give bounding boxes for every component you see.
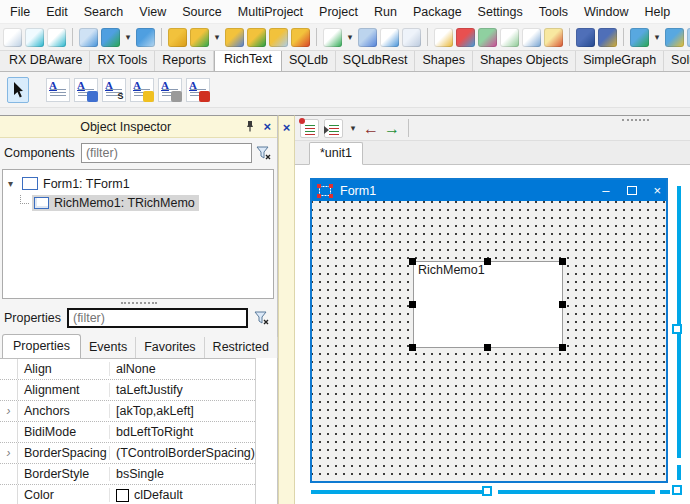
resize-handle-ne[interactable]: [559, 258, 566, 265]
view-units-icon[interactable]: [323, 28, 342, 47]
richmemo-styles-icon[interactable]: A S: [102, 78, 126, 102]
build-project-icon[interactable]: [291, 28, 310, 47]
resize-handle-nw[interactable]: [409, 258, 416, 265]
property-row[interactable]: › Align alNone: [0, 359, 255, 380]
menu-item[interactable]: Project: [311, 2, 366, 22]
palette-tab[interactable]: SQLdb: [282, 51, 336, 71]
richmemo-hand-icon[interactable]: A: [130, 78, 154, 102]
close-icon[interactable]: ×: [263, 120, 271, 133]
inspector-tab[interactable]: Events: [81, 337, 136, 358]
richmemo-red-hand-icon[interactable]: A: [186, 78, 210, 102]
menu-item[interactable]: MultiProject: [230, 2, 311, 22]
close-icon[interactable]: ×: [279, 121, 294, 134]
find-unit-icon[interactable]: [136, 28, 155, 47]
palette-tab[interactable]: RichText: [214, 51, 282, 72]
open-package-icon[interactable]: [630, 28, 649, 47]
clear-filter-button[interactable]: [255, 143, 273, 163]
form-size-handle-bottom[interactable]: [482, 486, 492, 496]
form-designer-window[interactable]: Form1 – × RichMemo1: [310, 178, 668, 483]
property-value[interactable]: bsSingle: [110, 467, 255, 481]
toolbar-grip[interactable]: [622, 119, 649, 121]
jump-dropdown-icon[interactable]: ▾: [348, 119, 358, 138]
menu-item[interactable]: File: [2, 2, 38, 22]
find-in-files-icon[interactable]: [598, 28, 617, 47]
form-size-bar-bottom[interactable]: [311, 490, 483, 494]
maximize-icon[interactable]: [627, 186, 637, 195]
tree-item-form1[interactable]: ▾ Form1: TForm1: [3, 174, 273, 193]
palette-tab[interactable]: Shapes: [415, 51, 472, 71]
property-value[interactable]: (TControlBorderSpacing): [110, 446, 255, 460]
collapse-caret-icon[interactable]: ▾: [8, 178, 22, 189]
palette-tab[interactable]: SimpleGraph: [576, 51, 664, 71]
pin-icon[interactable]: [245, 120, 255, 133]
resize-handle-se[interactable]: [559, 344, 566, 351]
new-unit-icon[interactable]: [3, 28, 22, 47]
menu-item[interactable]: Package: [405, 2, 470, 22]
components-filter-input[interactable]: [81, 143, 252, 163]
menu-item[interactable]: View: [131, 2, 174, 22]
copy-icon[interactable]: [402, 28, 421, 47]
property-value[interactable]: bdLeftToRight: [110, 425, 255, 439]
close-icon[interactable]: ×: [653, 180, 661, 201]
back-icon[interactable]: ←: [363, 119, 379, 138]
property-row[interactable]: › BorderSpacing (TControlBorderSpacing): [0, 443, 255, 464]
inspector-tab[interactable]: Properties: [2, 334, 81, 359]
publish-unit-dropdown-icon[interactable]: ▾: [123, 28, 133, 47]
tree-item-richmemo1[interactable]: RichMemo1: TRichMemo: [3, 193, 273, 212]
form-size-bar-right[interactable]: [677, 186, 681, 458]
property-row[interactable]: › BorderStyle bsSingle: [0, 464, 255, 485]
resize-handle-n[interactable]: [484, 258, 491, 265]
property-row[interactable]: › Alignment taLeftJustify: [0, 380, 255, 401]
inspector-tab[interactable]: Favorites: [136, 337, 204, 358]
save-package-icon[interactable]: [665, 28, 684, 47]
publish-project-dropdown-icon[interactable]: ▾: [212, 28, 222, 47]
property-value[interactable]: [akTop,akLeft]: [110, 404, 255, 418]
palette-tab[interactable]: SQLdbRest: [336, 51, 416, 71]
property-row[interactable]: › Anchors [akTop,akLeft]: [0, 401, 255, 422]
save-icon[interactable]: [358, 28, 377, 47]
property-row[interactable]: › Color clDefault: [0, 485, 255, 504]
find-icon[interactable]: [576, 28, 595, 47]
new-form-icon[interactable]: [25, 28, 44, 47]
forward-icon[interactable]: →: [384, 119, 400, 138]
new-unit-star-icon[interactable]: [300, 119, 319, 138]
edit-source-icon[interactable]: [434, 28, 453, 47]
expand-chevron-icon[interactable]: ›: [7, 404, 11, 418]
menu-item[interactable]: Edit: [38, 2, 76, 22]
property-value[interactable]: alNone: [110, 362, 255, 376]
form-client-area[interactable]: RichMemo1: [312, 201, 666, 481]
menu-item[interactable]: Source: [174, 2, 230, 22]
palette-tab[interactable]: Solutions: [664, 51, 690, 71]
resize-handle-sw[interactable]: [409, 344, 416, 351]
editor-tab-unit1[interactable]: *unit1: [309, 142, 363, 165]
menu-item[interactable]: Run: [366, 2, 405, 22]
menu-item[interactable]: Settings: [470, 2, 531, 22]
menu-item[interactable]: Tools: [531, 2, 576, 22]
menu-item[interactable]: Search: [76, 2, 132, 22]
tdbrichmemo-icon[interactable]: A: [74, 78, 98, 102]
new-frame-icon[interactable]: [47, 28, 66, 47]
form-size-bar-right-dash[interactable]: [677, 465, 681, 480]
toggle-form-unit-icon[interactable]: [544, 28, 563, 47]
palette-tab[interactable]: RX DBAware: [2, 51, 90, 71]
minimize-icon[interactable]: –: [602, 180, 609, 201]
resize-handle-w[interactable]: [409, 301, 416, 308]
jump-to-section-icon[interactable]: [324, 119, 343, 138]
form-size-handle-right[interactable]: [672, 324, 682, 334]
palette-tab[interactable]: Reports: [155, 51, 214, 71]
selection-tool-button[interactable]: [7, 77, 29, 103]
menu-item[interactable]: Window: [576, 2, 636, 22]
form-size-handle-corner[interactable]: [672, 485, 682, 495]
find-replace-icon[interactable]: [456, 28, 475, 47]
save-as-icon[interactable]: [380, 28, 399, 47]
clear-filter-button[interactable]: [251, 308, 273, 328]
open-package-dropdown-icon[interactable]: ▾: [652, 28, 662, 47]
source-docs-icon[interactable]: [500, 28, 519, 47]
palette-tab[interactable]: RX Tools: [90, 51, 155, 71]
copy-project-icon[interactable]: [168, 28, 187, 47]
menu-item[interactable]: Help: [636, 2, 678, 22]
form-size-bar-bottom2[interactable]: [498, 490, 655, 494]
save-all-projects-icon[interactable]: [247, 28, 266, 47]
save-project-icon[interactable]: [225, 28, 244, 47]
form-titlebar[interactable]: Form1 – ×: [312, 180, 666, 201]
